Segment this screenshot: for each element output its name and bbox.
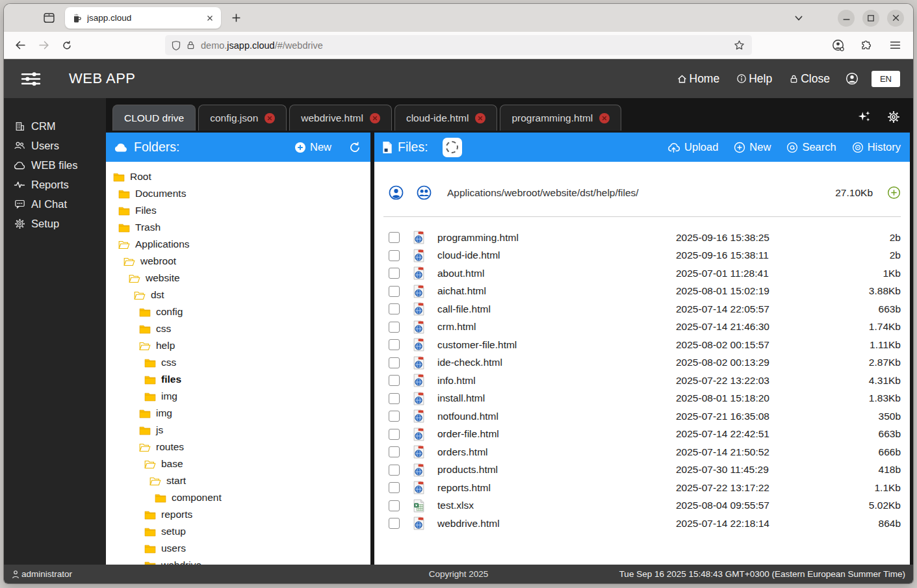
tree-item-js[interactable]: js (113, 422, 370, 439)
search-button[interactable]: Search (786, 141, 836, 153)
file-checkbox[interactable] (389, 446, 400, 457)
tree-item-css[interactable]: css (113, 320, 370, 337)
file-name[interactable]: products.html (437, 464, 676, 476)
extensions-puzzle-icon[interactable] (859, 38, 874, 53)
tab-config-json[interactable]: config.json (198, 105, 287, 131)
new-button[interactable]: New (734, 141, 771, 153)
tree-item-config[interactable]: config (113, 303, 370, 320)
file-checkbox[interactable] (389, 322, 400, 333)
app-menu-sliders-icon[interactable] (21, 71, 42, 86)
file-row[interactable]: customer-file.html2025-08-02 00:15:571.1… (383, 336, 901, 354)
back-button[interactable] (12, 37, 29, 54)
file-name[interactable]: programming.html (437, 232, 676, 244)
refresh-button[interactable] (348, 141, 361, 154)
tab-webdrive-html[interactable]: webdrive.html (289, 105, 392, 131)
tab-close-icon[interactable] (599, 113, 610, 123)
file-row[interactable]: reports.html2025-07-22 13:17:221.1Kb (383, 479, 901, 497)
header-link-help[interactable]: Help (736, 72, 772, 86)
menu-hamburger-icon[interactable] (887, 38, 903, 53)
file-checkbox[interactable] (389, 518, 400, 529)
file-name[interactable]: reports.html (437, 482, 676, 494)
file-row[interactable]: crm.html2025-07-14 21:46:301.74Kb (383, 318, 901, 337)
tree-item-webdrive[interactable]: webdrive (113, 557, 370, 565)
file-name[interactable]: crm.html (437, 321, 676, 333)
file-checkbox[interactable] (389, 357, 400, 368)
profile-icon[interactable] (846, 72, 859, 85)
file-checkbox[interactable] (389, 232, 400, 243)
file-name[interactable]: notfound.html (437, 411, 676, 422)
tree-item-webroot[interactable]: webroot (113, 253, 370, 270)
group-users-icon[interactable] (417, 185, 432, 200)
tree-item-css[interactable]: css (113, 354, 370, 371)
tree-item-component[interactable]: component (113, 489, 370, 506)
file-name[interactable]: ide-check.html (437, 357, 676, 368)
upload-button[interactable]: Upload (667, 141, 718, 153)
file-checkbox[interactable] (389, 482, 400, 493)
tab-close-icon[interactable] (204, 12, 216, 24)
bookmark-star-icon[interactable] (731, 38, 747, 53)
tab-cloud-ide-html[interactable]: cloud-ide.html (394, 105, 498, 131)
file-checkbox[interactable] (389, 250, 400, 261)
sidebar-item-users[interactable]: Users (4, 136, 106, 155)
tree-item-reports[interactable]: reports (113, 506, 370, 523)
file-row[interactable]: programming.html2025-09-16 15:38:252b (383, 229, 901, 247)
file-checkbox[interactable] (389, 393, 400, 404)
file-checkbox[interactable] (389, 429, 400, 440)
file-name[interactable]: customer-file.html (437, 339, 676, 351)
file-row[interactable]: order-file.html2025-07-14 22:42:51663b (383, 426, 901, 444)
file-name[interactable]: cloud-ide.html (437, 249, 676, 261)
file-checkbox[interactable] (389, 339, 400, 350)
header-link-home[interactable]: Home (677, 72, 720, 86)
tree-item-routes[interactable]: routes (113, 439, 370, 455)
settings-gear-icon[interactable] (887, 110, 900, 123)
lock-icon[interactable] (186, 40, 196, 50)
tree-item-files[interactable]: Files (113, 202, 370, 219)
sidebar-item-web-files[interactable]: WEB files (4, 155, 106, 175)
file-row[interactable]: notfound.html2025-07-21 16:35:08350b (383, 407, 901, 426)
tree-item-website[interactable]: website (113, 270, 370, 287)
reload-button[interactable] (58, 37, 75, 54)
tab-close-icon[interactable] (370, 113, 380, 123)
new-folder-button[interactable]: New (294, 141, 331, 153)
header-link-close[interactable]: Close (789, 72, 830, 86)
tab-programming-html[interactable]: programming.html (500, 105, 621, 131)
tree-item-setup[interactable]: setup (113, 523, 370, 540)
file-row[interactable]: orders.html2025-07-14 21:50:52666b (383, 443, 901, 461)
file-checkbox[interactable] (389, 303, 400, 314)
file-name[interactable]: test.xlsx (437, 500, 676, 511)
tree-item-dst[interactable]: dst (113, 287, 370, 303)
file-row[interactable]: ide-check.html2025-08-02 00:13:292.87Kb (383, 354, 901, 372)
file-row[interactable]: cloud-ide.html2025-09-16 15:38:112b (383, 247, 901, 265)
file-row[interactable]: products.html2025-07-30 11:45:29418b (383, 461, 901, 479)
file-row[interactable]: aichat.html2025-08-01 15:02:193.88Kb (383, 283, 901, 301)
tree-item-img[interactable]: img (113, 405, 370, 422)
file-checkbox[interactable] (389, 375, 400, 386)
file-row[interactable]: test.xlsx2025-08-04 09:55:575.02Kb (383, 497, 901, 515)
forward-button[interactable] (35, 37, 52, 54)
file-row[interactable]: webdrive.html2025-07-14 22:18:14864b (383, 515, 901, 533)
sparkles-icon[interactable] (857, 110, 872, 124)
file-row[interactable]: call-file.html2025-07-14 22:05:57663b (383, 300, 901, 318)
file-name[interactable]: info.html (437, 375, 676, 387)
tree-item-root[interactable]: Root (113, 168, 370, 185)
tree-item-start[interactable]: start (113, 472, 370, 489)
tree-item-applications[interactable]: Applications (113, 236, 370, 253)
account-icon[interactable] (830, 38, 846, 53)
file-checkbox[interactable] (389, 500, 400, 511)
firefox-view-icon[interactable] (42, 11, 56, 25)
history-button[interactable]: History (852, 141, 901, 153)
tree-item-img[interactable]: img (113, 388, 370, 405)
file-name[interactable]: install.html (437, 392, 676, 404)
window-maximize-button[interactable] (862, 10, 879, 27)
browser-tab[interactable]: jsapp.cloud (65, 7, 221, 29)
file-name[interactable]: webdrive.html (437, 518, 676, 530)
file-row[interactable]: install.html2025-08-01 15:18:201.83Kb (383, 390, 901, 408)
tree-item-files[interactable]: files (113, 371, 370, 388)
window-minimize-button[interactable] (838, 10, 855, 27)
language-button[interactable]: EN (872, 71, 900, 87)
tab-close-icon[interactable] (265, 113, 275, 123)
shield-icon[interactable] (172, 40, 181, 51)
sidebar-item-crm[interactable]: CRM (4, 116, 106, 136)
list-tabs-chevron-icon[interactable] (791, 10, 807, 26)
tree-item-trash[interactable]: Trash (113, 219, 370, 236)
